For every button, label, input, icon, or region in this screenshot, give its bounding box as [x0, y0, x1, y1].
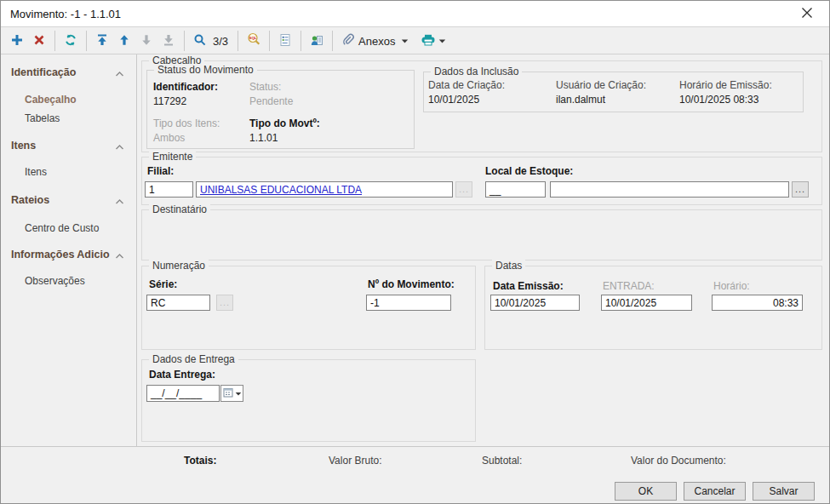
sidebar-section-informacoes-adicionais[interactable]: Informações Adicio	[1, 247, 136, 261]
entrada-input[interactable]: 10/01/2025	[601, 295, 692, 311]
last-record-button[interactable]	[157, 30, 180, 52]
filial-name-link[interactable]: UNIBALSAS EDUCACIONAL LTDA	[200, 184, 362, 196]
totals-bar: Totais: Valor Bruto: Subtotal: Valor do …	[137, 448, 829, 473]
sidebar-item-cabecalho[interactable]: Cabeçalho	[1, 92, 136, 106]
refresh-button[interactable]	[60, 30, 82, 52]
entrada-value: 10/01/2025	[605, 297, 656, 309]
form-content: Cabeçalho Status do Movimento Identifica…	[138, 54, 830, 446]
previous-record-button[interactable]	[113, 30, 135, 52]
totais-label: Totais:	[184, 455, 216, 467]
numero-movimento-input[interactable]: -1	[366, 295, 451, 311]
sidebar-section-rateios[interactable]: Rateios	[1, 192, 136, 207]
local-estoque-label: Local de Estoque:	[485, 165, 573, 177]
chevron-up-icon	[115, 196, 124, 208]
group-title: Numeração	[149, 260, 209, 272]
horario-value: 08:33	[773, 297, 799, 309]
sidebar-section-identificacao[interactable]: Identificação	[1, 65, 136, 79]
group-status-movimento: Status do Movimento Identificador: 11729…	[146, 70, 415, 149]
data-entrega-mask: __/__/____	[151, 387, 202, 399]
sidebar-item-observacoes[interactable]: Observações	[1, 273, 136, 288]
toolbar-separator	[184, 31, 185, 51]
serie-label: Série:	[149, 278, 177, 290]
refresh-icon	[64, 33, 77, 49]
horario-emissao-label: Horário de Emissão:	[679, 79, 772, 91]
toolbar-separator	[332, 31, 333, 51]
valor-bruto-label: Valor Bruto:	[329, 455, 381, 467]
group-datas: Datas Data Emissão: 10/01/2025 ENTRADA: …	[484, 266, 822, 350]
next-record-button[interactable]	[135, 30, 157, 52]
toolbar-separator	[86, 31, 87, 51]
svg-text:SQL: SQL	[249, 36, 256, 40]
cancel-button[interactable]: Cancelar	[684, 482, 746, 501]
group-destinatario: Destinatário	[141, 209, 822, 261]
tipo-movto-value: 1.1.01	[249, 132, 320, 144]
title-bar: Movimento: -1 - 1.1.01	[1, 1, 829, 27]
print-button[interactable]	[417, 30, 449, 52]
sidebar-section-itens[interactable]: Itens	[1, 138, 136, 152]
data-emissao-label: Data Emissão:	[493, 280, 564, 292]
search-button[interactable]	[189, 30, 211, 52]
serie-browse-button[interactable]: ...	[216, 295, 233, 311]
data-entrega-input[interactable]: __/__/____	[146, 385, 220, 402]
sql-search-button[interactable]: SQL	[243, 30, 265, 52]
group-title: Destinatário	[149, 203, 210, 215]
horario-label: Horário:	[713, 280, 750, 292]
report-button[interactable]	[274, 30, 296, 52]
status-label: Status:	[249, 81, 293, 93]
numero-movimento-value: -1	[370, 297, 380, 309]
sidebar-item-itens[interactable]: Itens	[1, 164, 136, 179]
date-picker-button[interactable]	[220, 385, 243, 402]
close-button[interactable]	[790, 1, 824, 26]
valor-documento-label: Valor do Documento:	[631, 455, 726, 467]
usuario-criacao-value: ilan.dalmut	[556, 94, 646, 106]
local-estoque-mask: __	[489, 184, 501, 196]
numero-movimento-label: Nº do Movimento:	[368, 278, 455, 290]
save-button[interactable]: Salvar	[753, 482, 815, 501]
group-dados-inclusao: Dados da Inclusão Data de Criação: 10/01…	[423, 72, 804, 112]
section-label: Informações Adicio	[1, 249, 110, 261]
filial-browse-button[interactable]: ...	[455, 181, 472, 198]
delete-icon	[32, 33, 46, 49]
serie-input[interactable]: RC	[146, 295, 210, 311]
group-title: Dados de Entrega	[149, 353, 238, 365]
item-label: Tabelas	[1, 112, 60, 124]
group-dados-entrega: Dados de Entrega Data Entrega: __/__/___…	[141, 359, 476, 442]
horario-input[interactable]: 08:33	[712, 295, 803, 311]
next-record-icon	[140, 33, 153, 49]
filial-code-input[interactable]: 1	[145, 181, 193, 198]
caret-down-icon	[401, 35, 409, 47]
content-divider	[1, 446, 829, 447]
tipo-itens-label: Tipo dos Itens:	[153, 117, 220, 129]
browse-dots: ...	[795, 184, 805, 194]
local-estoque-browse-button[interactable]: ...	[792, 181, 809, 198]
caret-down-icon	[235, 387, 242, 399]
window-title: Movimento: -1 - 1.1.01	[10, 8, 121, 20]
ok-button[interactable]: OK	[615, 482, 677, 501]
sidebar-item-tabelas[interactable]: Tabelas	[1, 111, 136, 125]
filial-code-value: 1	[149, 184, 155, 196]
data-criacao-label: Data de Criação:	[428, 79, 505, 91]
sql-search-icon: SQL	[247, 32, 261, 49]
local-estoque-name-input[interactable]	[550, 181, 789, 198]
data-emissao-input[interactable]: 10/01/2025	[490, 295, 580, 311]
toolbar: 3/3 SQL Anexos	[1, 28, 829, 54]
delete-button[interactable]	[28, 30, 50, 52]
sidebar-item-centro-de-custo[interactable]: Centro de Custo	[1, 220, 136, 235]
first-record-button[interactable]	[91, 30, 113, 52]
user-report-button[interactable]	[306, 30, 328, 52]
data-emissao-value: 10/01/2025	[495, 297, 546, 309]
footer-buttons: OK Cancelar Salvar	[615, 482, 815, 501]
attachments-label: Anexos	[358, 35, 395, 48]
group-title: Datas	[492, 260, 525, 272]
add-button[interactable]	[6, 30, 28, 52]
status-value: Pendente	[249, 95, 293, 107]
usuario-criacao-label: Usuário de Criação:	[556, 79, 646, 91]
identificador-label: Identificador:	[153, 81, 218, 93]
user-report-icon	[310, 33, 324, 49]
local-estoque-code-input[interactable]: __	[485, 181, 546, 198]
group-title: Emitente	[149, 151, 196, 163]
item-label: Centro de Custo	[1, 222, 99, 234]
attachments-button[interactable]: Anexos	[337, 30, 412, 52]
close-icon	[801, 7, 813, 21]
previous-record-icon	[117, 33, 131, 49]
